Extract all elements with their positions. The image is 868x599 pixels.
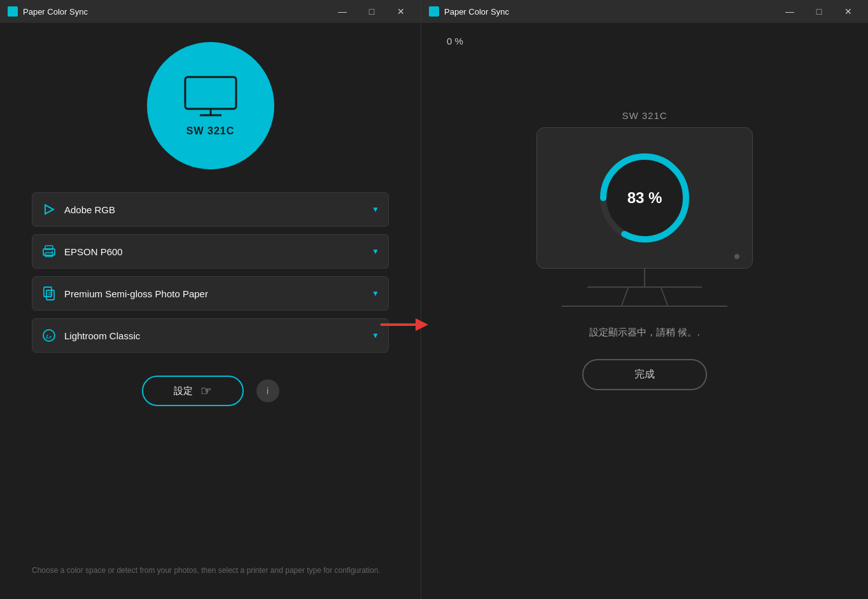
footer-text: Choose a color space or detect from your… xyxy=(32,565,389,586)
progress-percent-label: 0 % xyxy=(447,36,463,46)
app-dropdown[interactable]: Lr Lightroom Classic ▼ xyxy=(32,318,389,353)
monitor-stand xyxy=(562,269,727,307)
lightroom-icon: Lr xyxy=(41,328,57,342)
svg-text:Lr: Lr xyxy=(45,334,52,340)
printer-arrow: ▼ xyxy=(372,247,379,256)
info-button[interactable]: i xyxy=(256,379,279,402)
circular-progress: 83 % xyxy=(594,147,696,249)
stand-base-bar xyxy=(562,306,727,307)
complete-button[interactable]: 完成 xyxy=(582,359,707,390)
right-title-bar: Paper Color Sync — □ ✕ xyxy=(421,0,868,23)
svg-rect-6 xyxy=(45,253,53,257)
settings-button-label: 設定 xyxy=(174,385,193,397)
left-title-bar: Paper Color Sync — □ ✕ xyxy=(0,0,421,23)
right-maximize-button[interactable]: □ xyxy=(804,2,834,21)
stand-legs xyxy=(624,288,665,306)
dropdown-list: Adobe RGB ▼ EPSON P600 ▼ xyxy=(32,192,389,353)
cursor-icon: ☞ xyxy=(200,383,212,398)
svg-marker-15 xyxy=(416,318,428,331)
printer-label: EPSON P600 xyxy=(64,246,364,257)
color-space-icon xyxy=(41,203,57,216)
info-button-label: i xyxy=(267,386,269,396)
left-content: SW 321C Adobe RGB ▼ xyxy=(0,23,421,599)
left-title-left: Paper Color Sync xyxy=(8,6,88,17)
settings-button[interactable]: 設定 ☞ xyxy=(142,376,244,406)
left-window-controls: — □ ✕ xyxy=(328,2,416,21)
arrow-indicator xyxy=(381,312,431,340)
stand-neck xyxy=(644,269,645,286)
printer-icon xyxy=(41,245,57,258)
left-minimize-button[interactable]: — xyxy=(328,2,357,21)
right-window-controls: — □ ✕ xyxy=(775,2,863,21)
progress-text: 83 % xyxy=(627,189,662,207)
right-window-title: Paper Color Sync xyxy=(444,7,509,17)
left-window: Paper Color Sync — □ ✕ SW 321C xyxy=(0,0,421,599)
paper-arrow: ▼ xyxy=(372,289,379,298)
right-app-icon xyxy=(429,6,439,17)
svg-marker-3 xyxy=(45,205,53,214)
svg-point-7 xyxy=(52,251,53,253)
app-arrow: ▼ xyxy=(372,331,379,340)
monitor-card: 83 % xyxy=(536,127,753,269)
svg-rect-8 xyxy=(44,287,52,297)
right-window: Paper Color Sync — □ ✕ 0 % SW 321C xyxy=(421,0,868,599)
color-space-dropdown[interactable]: Adobe RGB ▼ xyxy=(32,192,389,227)
paper-dropdown[interactable]: Premium Semi-gloss Photo Paper ▼ xyxy=(32,276,389,311)
stand-leg-left xyxy=(621,288,629,306)
monitor-card-area: SW 321C 83 % xyxy=(447,110,843,390)
left-close-button[interactable]: ✕ xyxy=(386,2,416,21)
status-text: 設定顯示器中，請稍 候。. xyxy=(589,325,699,340)
color-space-arrow: ▼ xyxy=(372,205,379,214)
right-monitor-name: SW 321C xyxy=(622,110,667,121)
card-dot xyxy=(734,254,739,259)
svg-rect-0 xyxy=(185,77,236,109)
monitor-display-icon xyxy=(182,74,239,122)
right-content: 0 % SW 321C 83 % xyxy=(421,23,868,599)
left-maximize-button[interactable]: □ xyxy=(357,2,386,21)
right-close-button[interactable]: ✕ xyxy=(834,2,863,21)
color-space-label: Adobe RGB xyxy=(64,204,364,215)
paper-label: Premium Semi-gloss Photo Paper xyxy=(64,288,364,299)
right-title-left: Paper Color Sync xyxy=(429,6,509,17)
left-window-title: Paper Color Sync xyxy=(23,7,88,17)
monitor-circle-label: SW 321C xyxy=(186,125,234,137)
paper-icon xyxy=(41,286,57,300)
stand-leg-right xyxy=(661,288,668,306)
left-app-icon xyxy=(8,6,18,17)
bottom-controls: 設定 ☞ i xyxy=(142,376,279,406)
monitor-circle: SW 321C xyxy=(147,42,274,169)
printer-dropdown[interactable]: EPSON P600 ▼ xyxy=(32,234,389,269)
app-label: Lightroom Classic xyxy=(64,330,364,341)
right-minimize-button[interactable]: — xyxy=(775,2,804,21)
